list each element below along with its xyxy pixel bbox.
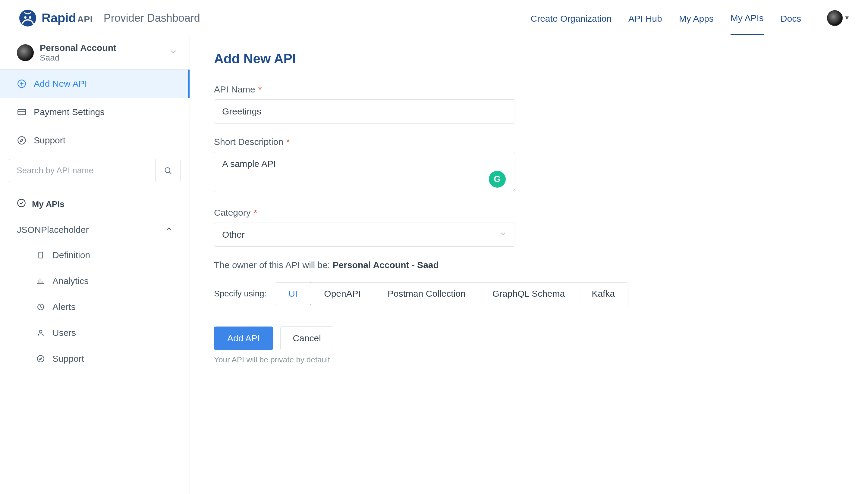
compass-icon (17, 136, 26, 145)
sidebar-subitem-support[interactable]: Support (0, 346, 189, 372)
add-api-button[interactable]: Add API (214, 326, 273, 350)
svg-rect-8 (39, 252, 43, 258)
main-content: Add New API API Name * Short Description… (190, 36, 868, 494)
nav-docs[interactable]: Docs (781, 1, 801, 35)
sidebar-group-label: JSONPlaceholder (17, 225, 89, 235)
specify-segmented: UI OpenAPI Postman Collection GraphQL Sc… (275, 282, 628, 305)
brand-api: API (77, 14, 93, 24)
sidebar-item-payment-settings[interactable]: Payment Settings (0, 98, 189, 126)
svg-point-1 (24, 16, 26, 19)
field-api-name: API Name * (214, 84, 515, 124)
sidebar-subitem-analytics[interactable]: Analytics (0, 268, 189, 294)
required-mark: * (258, 84, 262, 95)
topbar: Rapid API Provider Dashboard Create Orga… (0, 0, 868, 36)
owner-value: Personal Account - Saad (333, 260, 439, 270)
api-name-input[interactable] (214, 99, 515, 124)
specify-option-openapi[interactable]: OpenAPI (311, 283, 374, 305)
grammarly-icon[interactable]: G (489, 171, 506, 188)
sidebar-item-label: Payment Settings (34, 107, 105, 117)
label-api-name: API Name (214, 84, 255, 95)
top-nav: Create Organization API Hub My Apps My A… (531, 1, 850, 35)
brand-text: Rapid API (42, 11, 93, 25)
sidebar-section-my-apis[interactable]: My APIs (0, 191, 189, 217)
chevron-up-icon (165, 225, 173, 235)
user-icon (36, 328, 45, 337)
credit-card-icon (17, 107, 26, 117)
chevron-down-icon (500, 230, 506, 239)
label-specify-using: Specify using: (214, 289, 266, 299)
sidebar-group-jsonplaceholder[interactable]: JSONPlaceholder (0, 217, 189, 242)
nav-my-apps[interactable]: My Apps (679, 1, 714, 35)
brand-rapid: Rapid (42, 11, 76, 25)
label-short-description: Short Description (214, 137, 283, 147)
page-title: Add New API (214, 51, 844, 66)
category-select[interactable]: Other (214, 223, 515, 247)
brand[interactable]: Rapid API Provider Dashboard (18, 8, 200, 28)
private-hint: Your API will be private by default (214, 355, 844, 364)
nav-api-hub[interactable]: API Hub (628, 1, 662, 35)
sidebar-subitem-label: Analytics (52, 276, 89, 286)
nav-create-organization[interactable]: Create Organization (531, 1, 611, 35)
sidebar-item-label: Support (34, 135, 66, 146)
chevron-down-icon (169, 48, 178, 58)
sidebar-item-support[interactable]: Support (0, 126, 189, 154)
sidebar-subitem-alerts[interactable]: Alerts (0, 294, 189, 320)
specify-option-postman[interactable]: Postman Collection (374, 283, 479, 305)
label-category: Category (214, 208, 251, 218)
user-menu[interactable]: ▼ (827, 10, 850, 26)
sidebar-subitem-label: Users (52, 328, 76, 338)
field-short-description: Short Description * G (214, 137, 515, 194)
plus-circle-icon (17, 79, 26, 89)
sidebar: Personal Account Saad Add New API Paymen… (0, 36, 190, 494)
sidebar-subitem-users[interactable]: Users (0, 320, 189, 346)
svg-point-2 (29, 16, 31, 19)
svg-point-6 (165, 168, 170, 173)
compass-icon (36, 354, 45, 363)
account-switcher[interactable]: Personal Account Saad (0, 36, 189, 70)
bar-chart-icon (36, 277, 45, 286)
check-circle-icon (17, 198, 26, 210)
sidebar-subitem-definition[interactable]: Definition (0, 242, 189, 268)
sidebar-item-label: Add New API (34, 79, 87, 89)
file-icon (36, 251, 45, 260)
account-avatar (17, 44, 34, 61)
owner-prefix: The owner of this API will be: (214, 260, 333, 270)
specify-row: Specify using: UI OpenAPI Postman Collec… (214, 282, 844, 305)
svg-point-11 (37, 356, 44, 362)
field-category: Category * Other (214, 208, 515, 247)
required-mark: * (254, 208, 257, 218)
cancel-button[interactable]: Cancel (280, 326, 333, 350)
sidebar-subitem-label: Definition (52, 250, 90, 260)
button-row: Add API Cancel (214, 326, 844, 350)
brand-icon (18, 8, 37, 28)
nav-my-apis[interactable]: My APIs (731, 1, 764, 35)
svg-point-0 (19, 10, 36, 26)
svg-point-7 (18, 200, 25, 207)
svg-point-5 (18, 137, 25, 144)
sidebar-section-label: My APIs (32, 200, 64, 209)
account-name: Saad (40, 53, 116, 63)
search-input[interactable] (9, 159, 155, 182)
account-title: Personal Account (40, 43, 116, 53)
sidebar-subitem-label: Alerts (52, 302, 76, 312)
caret-down-icon: ▼ (844, 15, 850, 21)
avatar (827, 10, 843, 26)
clock-icon (36, 302, 45, 311)
specify-option-ui[interactable]: UI (275, 282, 311, 305)
sidebar-subitem-label: Support (52, 354, 84, 364)
dashboard-label: Provider Dashboard (104, 12, 200, 24)
required-mark: * (286, 137, 290, 147)
sidebar-search (9, 159, 181, 182)
short-description-input[interactable] (214, 152, 515, 192)
sidebar-item-add-new-api[interactable]: Add New API (0, 70, 189, 98)
category-value: Other (222, 230, 245, 240)
owner-line: The owner of this API will be: Personal … (214, 260, 844, 270)
svg-rect-4 (18, 109, 25, 115)
search-button[interactable] (155, 159, 181, 182)
specify-option-kafka[interactable]: Kafka (578, 283, 628, 305)
specify-option-graphql[interactable]: GraphQL Schema (479, 283, 579, 305)
svg-point-10 (39, 330, 42, 333)
